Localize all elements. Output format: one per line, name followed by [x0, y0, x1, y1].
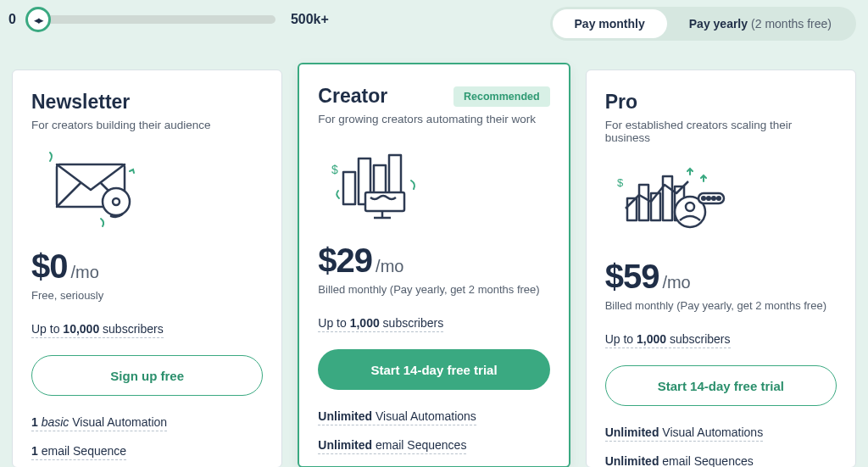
- plan-title: Newsletter: [31, 91, 130, 114]
- svg-rect-12: [639, 185, 648, 220]
- billing-monthly-label: Pay monthly: [575, 17, 645, 31]
- feature-item: Unlimited Visual Automations: [605, 425, 764, 442]
- svg-rect-14: [663, 176, 672, 220]
- start-trial-button[interactable]: Start 14-day free trial: [605, 365, 837, 406]
- billing-yearly[interactable]: Pay yearly (2 months free): [667, 9, 854, 38]
- plan-creator: Creator Recommended For growing creators…: [298, 63, 570, 467]
- price-note: Billed monthly (Pay yearly, get 2 months…: [605, 299, 837, 314]
- feature-list: Unlimited Visual Automations Unlimited e…: [605, 425, 837, 467]
- billing-yearly-note: (2 months free): [751, 17, 832, 31]
- svg-point-17: [686, 203, 694, 211]
- signup-button[interactable]: Sign up free: [31, 355, 263, 396]
- price-amount: $29: [318, 242, 372, 280]
- billing-monthly[interactable]: Pay monthly: [553, 9, 667, 38]
- pricing-controls: 0 ◂▸ 500k+ Pay monthly Pay yearly (2 mon…: [0, 0, 868, 58]
- slider-min-label: 0: [8, 12, 16, 27]
- price-period: /mo: [71, 263, 99, 282]
- envelope-icon: [31, 142, 263, 234]
- subscriber-limit: Up to 1,000 subscribers: [605, 332, 731, 348]
- price-amount: $0: [31, 247, 68, 286]
- svg-point-21: [712, 197, 715, 200]
- plan-pro: Pro For established creators scaling the…: [586, 69, 856, 467]
- svg-point-20: [707, 197, 710, 200]
- feature-item: 1 email Sequence: [31, 444, 126, 460]
- subscriber-limit: Up to 10,000 subscribers: [31, 322, 164, 338]
- subscriber-slider: 0 ◂▸ 500k+: [8, 12, 329, 27]
- start-trial-button[interactable]: Start 14-day free trial: [318, 349, 549, 390]
- feature-list: 1 basic Visual Automation 1 email Sequen…: [31, 414, 263, 467]
- subscriber-limit: Up to 1,000 subscribers: [318, 316, 443, 332]
- slider-grip-icon: ◂▸: [34, 14, 42, 26]
- plan-price: $29 /mo: [318, 242, 549, 280]
- bar-chart-icon: $: [318, 136, 549, 228]
- plan-subtitle: For established creators scaling their b…: [605, 119, 837, 144]
- feature-item: 1 basic Visual Automation: [31, 415, 167, 431]
- slider-handle[interactable]: ◂▸: [25, 7, 51, 32]
- svg-point-19: [702, 197, 705, 200]
- feature-item: Unlimited email Sequences: [605, 454, 754, 467]
- feature-item: Unlimited email Sequences: [318, 438, 466, 454]
- plan-price: $59 /mo: [605, 258, 837, 296]
- pricing-cards: Newsletter For creators building their a…: [0, 69, 868, 467]
- svg-point-1: [103, 188, 130, 215]
- plan-subtitle: For growing creators automating their wo…: [318, 113, 549, 128]
- price-note: Billed monthly (Pay yearly, get 2 months…: [318, 283, 549, 297]
- billing-toggle: Pay monthly Pay yearly (2 months free): [550, 7, 856, 41]
- svg-text:$: $: [617, 176, 624, 189]
- recommended-badge: Recommended: [453, 86, 550, 107]
- plan-newsletter: Newsletter For creators building their a…: [12, 69, 282, 467]
- price-period: /mo: [662, 273, 690, 292]
- slider-track[interactable]: ◂▸: [31, 15, 275, 24]
- svg-point-22: [717, 197, 721, 200]
- growth-chart-icon: $: [605, 153, 837, 244]
- price-period: /mo: [376, 257, 403, 276]
- plan-subtitle: For creators building their audience: [31, 119, 263, 134]
- plan-title: Pro: [605, 91, 637, 114]
- price-amount: $59: [605, 258, 659, 296]
- plan-price: $0 /mo: [31, 247, 263, 286]
- billing-yearly-label: Pay yearly: [689, 17, 748, 31]
- svg-text:$: $: [331, 163, 338, 176]
- price-note: Free, seriously: [31, 289, 263, 303]
- feature-list: Unlimited Visual Automations Unlimited e…: [318, 409, 549, 466]
- feature-item: Unlimited Visual Automations: [318, 409, 476, 425]
- svg-rect-3: [343, 172, 355, 204]
- plan-title: Creator: [318, 85, 387, 108]
- slider-max-label: 500k+: [291, 12, 329, 27]
